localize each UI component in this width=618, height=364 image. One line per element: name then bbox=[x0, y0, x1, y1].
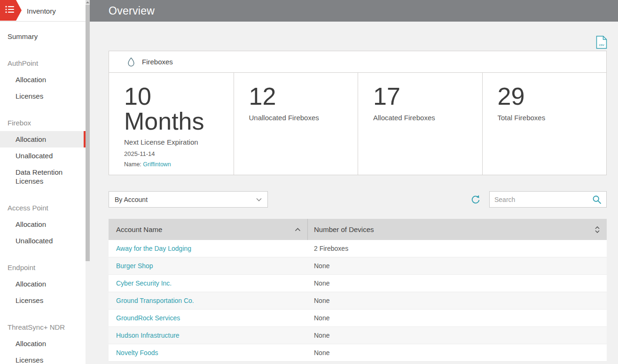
export-csv-button[interactable]: csv bbox=[596, 36, 607, 49]
account-link[interactable]: Burger Shop bbox=[116, 262, 153, 270]
sidebar-item-licenses[interactable]: Licenses bbox=[0, 292, 86, 309]
account-cell: Ground Transportation Co. bbox=[109, 297, 308, 304]
stat-cell-next-license-expiration: 10MonthsNext License Expiration2025-11-1… bbox=[109, 73, 234, 175]
group-by-value: By Account bbox=[115, 196, 148, 203]
scrollbar-thumb[interactable] bbox=[86, 5, 90, 261]
account-link[interactable]: Novelty Foods bbox=[116, 349, 158, 356]
account-cell: Cyber Security Inc. bbox=[109, 279, 308, 287]
sidebar-item-allocation[interactable]: Allocation bbox=[0, 216, 86, 232]
sidebar-item-unallocated[interactable]: Unallocated bbox=[0, 232, 86, 249]
column-header-number-of-devices[interactable]: Number of Devices bbox=[308, 219, 607, 240]
stat-name-row: Name: Griffintown bbox=[124, 161, 220, 168]
sidebar-item-allocation[interactable]: Allocation bbox=[0, 276, 86, 292]
table-row: Away for the Day Lodging2 Fireboxes bbox=[109, 240, 607, 257]
account-cell: Novelty Foods bbox=[109, 349, 308, 356]
stat-value-unit: Months bbox=[124, 109, 220, 134]
search-icon[interactable] bbox=[592, 195, 602, 204]
fireboxes-card: Fireboxes 10MonthsNext License Expiratio… bbox=[109, 51, 607, 175]
scroll-up-button[interactable] bbox=[86, 0, 90, 4]
menu-tab-button[interactable] bbox=[0, 0, 22, 21]
group-by-select[interactable]: By Account bbox=[109, 191, 268, 208]
account-link[interactable]: Cyber Security Inc. bbox=[116, 279, 172, 287]
sidebar-item-unallocated[interactable]: Unallocated bbox=[0, 147, 86, 164]
device-count-cell: None bbox=[308, 262, 607, 270]
accounts-table: Account Name Number of Devices Away for … bbox=[109, 219, 607, 362]
account-cell: Burger Shop bbox=[109, 262, 308, 270]
account-cell: Hudson Infrastructure bbox=[109, 332, 308, 339]
main-content: csv Fireboxes 10MonthsNext License Expir… bbox=[90, 22, 618, 364]
stat-cell-total-fireboxes: 29Total Fireboxes bbox=[482, 73, 607, 175]
sort-both-icon bbox=[595, 226, 600, 233]
search-box bbox=[489, 191, 607, 208]
filter-row: By Account bbox=[109, 191, 607, 208]
topbar: Overview bbox=[90, 0, 618, 22]
device-count-cell: None bbox=[308, 314, 607, 322]
account-cell: GroundRock Services bbox=[109, 314, 308, 322]
refresh-button[interactable] bbox=[470, 194, 481, 205]
stat-label: Total Fireboxes bbox=[498, 114, 594, 122]
list-menu-icon bbox=[5, 6, 15, 15]
stat-cell-allocated-fireboxes: 17Allocated Fireboxes bbox=[358, 73, 482, 175]
sidebar-title: Inventory bbox=[27, 0, 56, 22]
accounts-table-header: Account Name Number of Devices bbox=[109, 219, 607, 240]
account-link[interactable]: GroundRock Services bbox=[116, 314, 180, 322]
stat-label: Allocated Fireboxes bbox=[373, 114, 469, 122]
chevron-down-icon bbox=[256, 198, 262, 201]
table-row: Novelty FoodsNone bbox=[109, 344, 607, 362]
device-count-cell: None bbox=[308, 279, 607, 287]
fireboxes-stats: 10MonthsNext License Expiration2025-11-1… bbox=[109, 73, 606, 175]
stat-value: 10 bbox=[124, 84, 220, 109]
device-count-cell: 2 Fireboxes bbox=[308, 245, 607, 252]
sidebar-section-authpoint: AuthPoint bbox=[0, 55, 86, 71]
sidebar-section-firebox: Firebox bbox=[0, 115, 86, 131]
sidebar-item-licenses[interactable]: Licenses bbox=[0, 352, 86, 364]
sidebar-item-data-retention-licenses[interactable]: Data Retention Licenses bbox=[0, 164, 86, 189]
csv-icon-label: csv bbox=[599, 43, 604, 47]
accounts-table-body: Away for the Day Lodging2 FireboxesBurge… bbox=[109, 240, 607, 362]
search-input[interactable] bbox=[494, 196, 592, 203]
table-row: GroundRock ServicesNone bbox=[109, 310, 607, 327]
sidebar-item-allocation[interactable]: Allocation bbox=[0, 71, 86, 88]
stat-cell-unallocated-fireboxes: 12Unallocated Fireboxes bbox=[234, 73, 358, 175]
card-title: Fireboxes bbox=[142, 58, 173, 66]
column-label: Account Name bbox=[116, 225, 162, 233]
stat-value: 17 bbox=[373, 84, 469, 109]
stat-expiration-date: 2025-11-14 bbox=[124, 150, 220, 157]
sidebar: Inventory SummaryAuthPointAllocationLice… bbox=[0, 0, 90, 364]
device-count-cell: None bbox=[308, 297, 607, 304]
column-label: Number of Devices bbox=[314, 225, 374, 233]
page-title: Overview bbox=[109, 5, 155, 17]
firebox-droplet-icon bbox=[126, 57, 136, 67]
stat-label: Unallocated Fireboxes bbox=[249, 114, 345, 122]
sidebar-section-threatsync-ndr: ThreatSync+ NDR bbox=[0, 319, 86, 335]
sort-ascending-icon bbox=[295, 228, 301, 232]
device-count-cell: None bbox=[308, 349, 607, 356]
sidebar-item-allocation[interactable]: Allocation bbox=[0, 335, 86, 352]
sidebar-section-access-point: Access Point bbox=[0, 200, 86, 216]
stat-name-label: Name: bbox=[124, 161, 143, 168]
table-row: Burger ShopNone bbox=[109, 257, 607, 275]
column-header-account-name[interactable]: Account Name bbox=[109, 219, 308, 240]
sidebar-item-summary[interactable]: Summary bbox=[0, 28, 86, 45]
account-link[interactable]: Hudson Infrastructure bbox=[116, 332, 180, 339]
firebox-name-link[interactable]: Griffintown bbox=[143, 161, 171, 168]
filter-right-group bbox=[470, 191, 607, 208]
sidebar-item-licenses[interactable]: Licenses bbox=[0, 88, 86, 104]
sidebar-header: Inventory bbox=[0, 0, 86, 22]
sidebar-section-endpoint: Endpoint bbox=[0, 259, 86, 276]
table-row: Ground Transportation Co.None bbox=[109, 292, 607, 310]
account-link[interactable]: Ground Transportation Co. bbox=[116, 297, 194, 304]
account-link[interactable]: Away for the Day Lodging bbox=[116, 245, 191, 252]
stat-label: Next License Expiration bbox=[124, 138, 220, 146]
account-cell: Away for the Day Lodging bbox=[109, 245, 308, 252]
stat-value: 12 bbox=[249, 84, 345, 109]
sidebar-item-allocation[interactable]: Allocation bbox=[0, 131, 86, 147]
table-row: Cyber Security Inc.None bbox=[109, 275, 607, 292]
sidebar-scrollbar[interactable] bbox=[86, 0, 90, 364]
fireboxes-card-header: Fireboxes bbox=[109, 51, 606, 73]
device-count-cell: None bbox=[308, 332, 607, 339]
stat-value: 29 bbox=[498, 84, 594, 109]
table-row: Hudson InfrastructureNone bbox=[109, 327, 607, 344]
sidebar-nav: SummaryAuthPointAllocationLicensesFirebo… bbox=[0, 22, 86, 364]
